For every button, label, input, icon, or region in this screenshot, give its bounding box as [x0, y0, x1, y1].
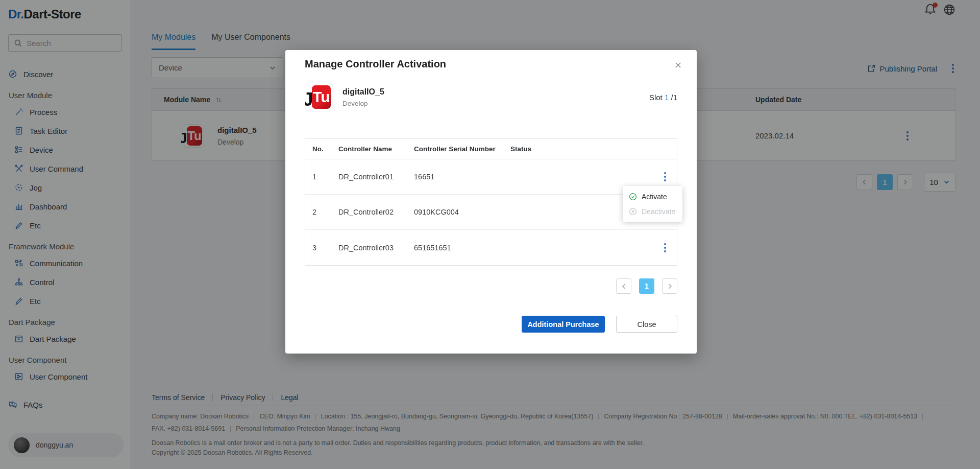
module-type: Develop — [342, 100, 384, 107]
row-kebab-menu-icon[interactable] — [663, 171, 668, 183]
slot-total: /1 — [671, 93, 677, 102]
manage-controller-activation-modal: Manage Controller Activation ✕ J Tu digi… — [285, 50, 697, 354]
menu-item-deactivate[interactable]: Deactivate — [623, 204, 682, 219]
column-no: No. — [305, 145, 338, 153]
controller-row-2: 2 DR_Controller02 0910KCG004 — [305, 195, 677, 230]
next-page-button[interactable] — [662, 278, 677, 294]
row-kebab-menu-icon[interactable] — [663, 242, 668, 254]
controller-row-1: 1 DR_Controller01 16651 — [305, 159, 677, 195]
column-serial-number: Controller Serial Number — [414, 145, 507, 153]
module-name: digitalIO_5 — [342, 87, 384, 97]
modal-actions: Additional Purchase Close — [522, 316, 677, 333]
prev-page-button[interactable] — [616, 278, 631, 294]
row-context-menu: Activate Deactivate — [623, 186, 682, 222]
controllers-table: No. Controller Name Controller Serial Nu… — [305, 138, 677, 266]
close-button[interactable]: Close — [616, 316, 677, 333]
check-circle-icon — [629, 193, 637, 201]
modal-pagination: 1 — [616, 278, 677, 294]
slot-current: 1 — [665, 93, 669, 102]
modal-module-summary: J Tu digitalIO_5 Develop Slot 1 /1 — [305, 83, 677, 111]
modal-title: Manage Controller Activation — [305, 50, 677, 70]
x-circle-icon — [629, 207, 637, 216]
slot-indicator: Slot 1 /1 — [649, 93, 677, 102]
menu-item-activate[interactable]: Activate — [623, 189, 682, 204]
column-controller-name: Controller Name — [338, 145, 414, 153]
module-text: digitalIO_5 Develop — [342, 87, 384, 107]
additional-purchase-button[interactable]: Additional Purchase — [522, 316, 605, 333]
controller-row-3: 3 DR_Controller03 651651651 — [305, 230, 677, 265]
controllers-table-header: No. Controller Name Controller Serial Nu… — [305, 139, 677, 159]
column-status: Status — [507, 145, 599, 153]
close-icon[interactable]: ✕ — [672, 58, 684, 73]
page-1-button[interactable]: 1 — [639, 278, 654, 294]
module-icon: J Tu — [305, 83, 333, 111]
